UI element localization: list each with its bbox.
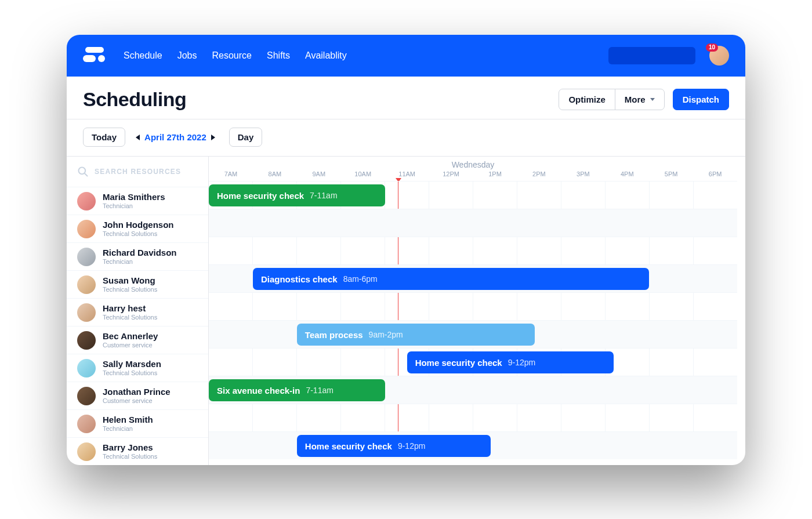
hour-label: 5PM [649, 170, 693, 181]
day-of-week-label: Wednesday [209, 157, 737, 170]
resource-name: Maria Smithers [103, 193, 165, 202]
timeline-row[interactable]: Home security check7-11am [209, 181, 737, 209]
timeline-row[interactable]: Six avenue check-in7-11am [209, 376, 737, 404]
nav-link-jobs[interactable]: Jobs [177, 50, 197, 61]
event-time: 9-12pm [508, 358, 535, 367]
timeline-row[interactable] [209, 404, 737, 431]
svg-line-4 [85, 173, 88, 176]
resource-role: Technician [103, 202, 165, 209]
avatar [77, 331, 96, 350]
optimize-button[interactable]: Optimize [559, 89, 615, 110]
event-title: Home security check [415, 358, 502, 368]
event-title: Six avenue check-in [217, 386, 300, 395]
chevron-down-icon [650, 98, 655, 101]
event-title: Diagnostics check [261, 274, 338, 284]
event-time: 7-11am [306, 386, 333, 395]
scheduled-event[interactable]: Home security check9-12pm [297, 435, 491, 457]
today-button[interactable]: Today [83, 128, 125, 147]
schedule-gantt: SEARCH RESOURCES Maria SmithersTechnicia… [67, 156, 745, 465]
next-day-button[interactable] [211, 135, 215, 140]
search-icon [77, 166, 89, 177]
avatar [77, 359, 96, 378]
resource-row[interactable]: Maria SmithersTechnician [67, 187, 208, 215]
avatar [77, 303, 96, 322]
resource-name: Susan Wong [103, 276, 157, 286]
nav-link-availablity[interactable]: Availablity [305, 50, 347, 61]
event-title: Home security check [305, 441, 392, 451]
view-select[interactable]: Day [229, 128, 263, 147]
event-title: Home security check [217, 191, 304, 201]
resource-role: Technical Solutions [103, 286, 157, 293]
hour-label: 12PM [429, 170, 473, 181]
resource-row[interactable]: Barry JonesTechnical Solutions [67, 437, 208, 465]
user-avatar[interactable]: 10 [709, 46, 729, 66]
resource-name: Harry hest [103, 304, 157, 314]
app-logo [83, 46, 106, 66]
search-placeholder: SEARCH RESOURCES [95, 168, 181, 176]
resource-name: Sally Marsden [103, 360, 161, 369]
scheduled-event[interactable]: Home security check9-12pm [407, 351, 614, 373]
nav-link-schedule[interactable]: Schedule [124, 50, 162, 61]
timeline-row[interactable]: Home security check9-12pm [209, 431, 737, 459]
timeline-row[interactable] [209, 209, 737, 237]
timeline-row[interactable]: Home security check9-12pm [209, 348, 737, 376]
hour-label: 9AM [297, 170, 341, 181]
nav-link-resource[interactable]: Resource [212, 50, 252, 61]
resource-name: Jonathan Prince [103, 387, 171, 397]
resource-row[interactable]: Bec AnnerleyCustomer service [67, 326, 208, 354]
event-time: 7-11am [310, 191, 337, 200]
timeline-row[interactable]: Diagnostics check8am-6pm [209, 264, 737, 292]
resource-row[interactable]: Sally MarsdenTechnical Solutions [67, 354, 208, 382]
resource-role: Technical Solutions [103, 369, 161, 376]
page-title: Scheduling [83, 88, 186, 111]
hour-label: 1PM [473, 170, 517, 181]
timeline-row[interactable]: Team process9am-2pm [209, 320, 737, 348]
resource-role: Technical Solutions [103, 453, 157, 460]
resource-role: Technician [103, 258, 177, 265]
resource-sidebar: SEARCH RESOURCES Maria SmithersTechnicia… [67, 157, 209, 465]
resource-row[interactable]: Richard DavidsonTechnician [67, 242, 208, 270]
resource-name: John Hodgenson [103, 220, 174, 230]
date-pager: April 27th 2022 [136, 132, 215, 142]
avatar [77, 442, 96, 461]
resource-role: Customer service [103, 342, 158, 349]
resource-name: Richard Davidson [103, 248, 177, 258]
resource-name: Barry Jones [103, 443, 157, 453]
scheduled-event[interactable]: Diagnostics check8am-6pm [253, 268, 649, 290]
resource-name: Bec Annerley [103, 332, 158, 342]
scheduled-event[interactable]: Six avenue check-in7-11am [209, 379, 385, 401]
resource-row[interactable]: Jonathan PrinceCustomer service [67, 382, 208, 409]
resource-row[interactable]: Susan WongTechnical Solutions [67, 270, 208, 298]
resource-row[interactable]: John HodgensonTechnical Solutions [67, 215, 208, 242]
avatar [77, 387, 96, 405]
svg-rect-2 [98, 55, 105, 62]
avatar [77, 220, 96, 238]
resource-role: Customer service [103, 397, 171, 404]
resource-role: Technician [103, 425, 153, 432]
event-title: Team process [305, 330, 363, 340]
page-header: Scheduling Optimize More Dispatch [67, 77, 745, 119]
hour-label: 4PM [605, 170, 649, 181]
hour-label: 3PM [561, 170, 605, 181]
nav-link-shifts[interactable]: Shifts [267, 50, 290, 61]
more-button[interactable]: More [615, 89, 665, 110]
event-time: 8am-6pm [343, 274, 378, 284]
resource-row[interactable]: Harry hestTechnical Solutions [67, 298, 208, 326]
current-date[interactable]: April 27th 2022 [144, 132, 206, 142]
timeline-row[interactable] [209, 292, 737, 320]
topbar-search-box[interactable] [608, 47, 695, 64]
timeline: Wednesday 7AM8AM9AM10AM11AM12PM1PM2PM3PM… [209, 157, 745, 465]
scheduled-event[interactable]: Team process9am-2pm [297, 324, 535, 346]
hour-label: 8AM [253, 170, 297, 181]
dispatch-button[interactable]: Dispatch [673, 89, 729, 110]
timeline-row[interactable] [209, 237, 737, 264]
search-resources[interactable]: SEARCH RESOURCES [67, 157, 208, 187]
avatar [77, 248, 96, 266]
top-navbar: ScheduleJobsResourceShiftsAvailablity 10 [67, 35, 745, 77]
more-button-label: More [625, 95, 646, 104]
scheduled-event[interactable]: Home security check7-11am [209, 184, 385, 206]
resource-row[interactable]: Helen SmithTechnician [67, 409, 208, 437]
prev-day-button[interactable] [136, 135, 140, 140]
event-time: 9am-2pm [369, 330, 403, 339]
hour-label: 10AM [341, 170, 385, 181]
